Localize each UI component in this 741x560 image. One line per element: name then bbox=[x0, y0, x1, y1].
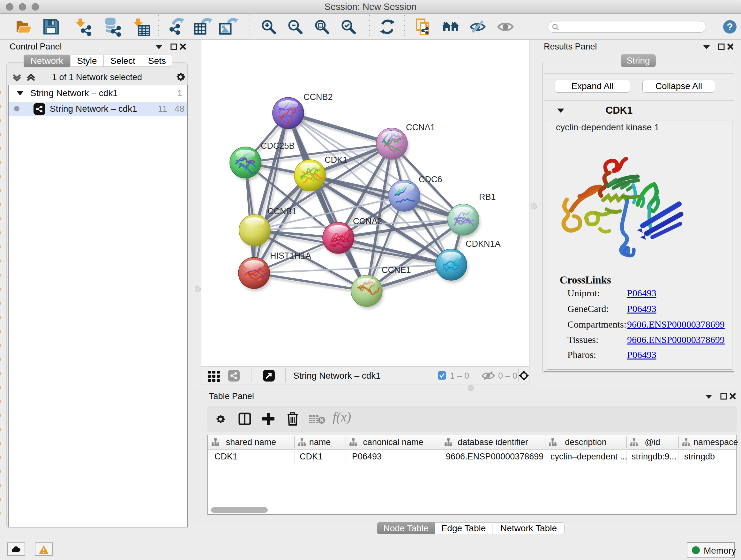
svg-text:CCNA2: CCNA2 bbox=[353, 216, 382, 226]
svg-text:RB1: RB1 bbox=[479, 192, 496, 202]
svg-text:CCNB1: CCNB1 bbox=[267, 206, 297, 216]
svg-text:CDKN1A: CDKN1A bbox=[466, 239, 501, 249]
svg-text:CCNA1: CCNA1 bbox=[406, 123, 435, 132]
svg-text:CDK1: CDK1 bbox=[325, 155, 347, 165]
svg-text:CCNE1: CCNE1 bbox=[382, 265, 411, 275]
svg-text:CDC25B: CDC25B bbox=[261, 141, 295, 151]
svg-text:?: ? bbox=[727, 21, 733, 33]
svg-text:CDC6: CDC6 bbox=[419, 175, 442, 184]
svg-text:HIST1H1A: HIST1H1A bbox=[270, 251, 311, 260]
svg-text:CCNB2: CCNB2 bbox=[304, 92, 333, 102]
